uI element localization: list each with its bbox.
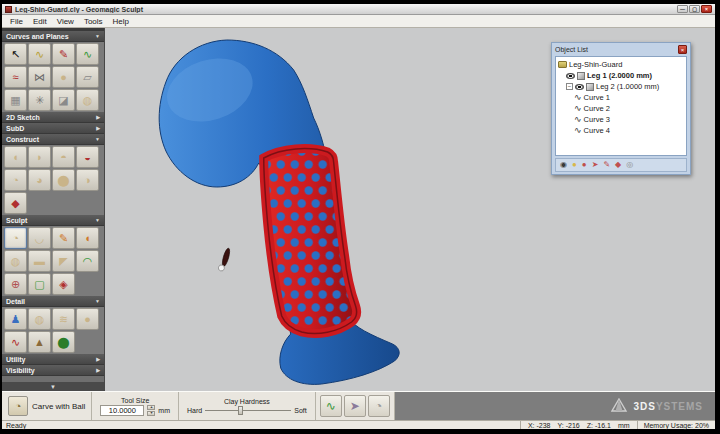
paint-tool-button[interactable]: ⬤: [52, 331, 75, 353]
wave-texture-tool-button[interactable]: ≋: [52, 308, 75, 330]
chevron-right-icon: ▶: [96, 114, 100, 120]
section-2d-sketch[interactable]: 2D Sketch▶: [2, 112, 104, 123]
pin-b-icon[interactable]: ✎: [603, 161, 610, 169]
hot-wax-tool-button[interactable]: ✎: [52, 227, 75, 249]
shell-clay-tool-button[interactable]: ◑: [76, 169, 99, 191]
section-sculpt[interactable]: Sculpt▼: [2, 215, 104, 226]
carve-tool-cursor[interactable]: [218, 247, 231, 272]
grid-plane-tool-button[interactable]: ▦: [4, 89, 27, 111]
tree-item-curve-2[interactable]: ∿Curve 2: [574, 103, 685, 114]
pin-c-icon[interactable]: ◆: [615, 161, 621, 169]
curve-detail-tool-button[interactable]: ∿: [4, 331, 27, 353]
extrude-clay-tool-button[interactable]: ◗: [28, 146, 51, 168]
soft-label: Soft: [294, 407, 306, 414]
section-plane-tool-button[interactable]: ◪: [52, 89, 75, 111]
emboss-ball-tool-button[interactable]: ◍: [4, 250, 27, 272]
tree-item-leg-1-2-0000-mm[interactable]: Leg 1 (2.0000 mm): [566, 70, 685, 81]
maximize-button[interactable]: ▢: [689, 5, 700, 13]
tree-item-leg-2-1-0000-mm[interactable]: −Leg 2 (1.0000 mm): [566, 81, 685, 92]
slider-thumb[interactable]: [238, 406, 243, 415]
wire-cut-tool-button[interactable]: ◆: [4, 192, 27, 214]
smooth-ball-tool-button[interactable]: ●: [76, 308, 99, 330]
icon-grid: ◔◡✎◖◍▬◤◠⊕▢◈: [2, 226, 104, 296]
wire-cut-tool-icon: ◆: [11, 198, 19, 209]
scrape-clay-tool-button[interactable]: ◤: [52, 250, 75, 272]
cut-clay-tool-button[interactable]: ◒: [76, 146, 99, 168]
main-area: Curves and Planes▼↖∿✎∿≈⋈●▱▦✳◪◍2D Sketch▶…: [2, 28, 715, 391]
visibility-eye-icon[interactable]: [575, 84, 584, 90]
merge-clay-tool-button[interactable]: ⬤: [52, 169, 75, 191]
toolbox-scroll-down[interactable]: ▼: [2, 382, 104, 391]
offset-curve-tool-button[interactable]: ∿: [76, 43, 99, 65]
clay-red-icon[interactable]: ●: [582, 161, 587, 169]
clay-hardness-slider[interactable]: [205, 406, 291, 415]
stepper-up-icon[interactable]: ▲: [147, 405, 155, 410]
cursor-coordinates: X:-238Y:-216Z:-16.1mm: [520, 421, 637, 429]
measure-tool-button[interactable]: ∿: [320, 395, 342, 417]
coord-unit: mm: [618, 422, 630, 429]
shin-guard-mesh[interactable]: [264, 149, 357, 334]
deform-clay-tool-button[interactable]: ◠: [76, 250, 99, 272]
close-button[interactable]: ×: [701, 5, 712, 13]
pin-cursor-button[interactable]: ➤: [344, 395, 366, 417]
panel-close-button[interactable]: ×: [678, 45, 687, 54]
menu-edit[interactable]: Edit: [28, 17, 52, 26]
section-utility[interactable]: Utility▶: [2, 354, 104, 365]
minimize-button[interactable]: —: [677, 5, 688, 13]
ball-primitive-tool-button[interactable]: ◍: [76, 89, 99, 111]
menu-file[interactable]: File: [5, 17, 28, 26]
hard-label: Hard: [187, 407, 202, 414]
clay-yellow-icon[interactable]: ●: [572, 161, 577, 169]
object-list-panel: Object List × Leg-Shin-GuardLeg 1 (2.000…: [551, 42, 691, 175]
select-tool-button[interactable]: ↖: [4, 43, 27, 65]
visibility-eye-icon[interactable]: [566, 73, 575, 79]
active-tool-label: Carve with Ball: [32, 402, 85, 411]
add-clay-tool-button[interactable]: ◖: [4, 146, 27, 168]
tree-item-curve-4[interactable]: ∿Curve 4: [574, 125, 685, 136]
section-detail[interactable]: Detail▼: [2, 296, 104, 307]
inflate-clay-tool-button[interactable]: ◕: [28, 169, 51, 191]
edit-curve-tool-button[interactable]: ✎: [52, 43, 75, 65]
sketch-curve-tool-icon: ≈: [12, 72, 18, 83]
curve-snap-tool-button[interactable]: ✳: [28, 89, 51, 111]
select-clay-tool-button[interactable]: ▢: [28, 273, 51, 295]
round-clay-tool-button[interactable]: ◓: [52, 146, 75, 168]
section-visibility[interactable]: Visibility▶: [2, 365, 104, 376]
3d-viewport[interactable]: Object List × Leg-Shin-GuardLeg 1 (2.000…: [106, 28, 715, 391]
carve-with-ball-tool-button[interactable]: ◔: [4, 227, 27, 249]
sphere-primitive-tool-button[interactable]: ●: [52, 66, 75, 88]
tree-item-curve-3[interactable]: ∿Curve 3: [574, 114, 685, 125]
symmetry-tool-button[interactable]: ◈: [52, 273, 75, 295]
tug-clay-tool-button[interactable]: ◖: [76, 227, 99, 249]
clay-piece-icon: [586, 83, 594, 91]
texture-ball-tool-button[interactable]: ◍: [28, 308, 51, 330]
smooth-clay-tool-button[interactable]: ◡: [28, 227, 51, 249]
plane-tool-button[interactable]: ▱: [76, 66, 99, 88]
ball-view-button[interactable]: ◔: [368, 395, 390, 417]
mirror-curves-tool-button[interactable]: ⋈: [28, 66, 51, 88]
clay-piece-icon: [577, 72, 585, 80]
pose-tool-button[interactable]: ♟: [4, 308, 27, 330]
cut-clay-tool-icon: ◒: [84, 152, 91, 163]
menu-tools[interactable]: Tools: [79, 17, 108, 26]
section-construct[interactable]: Construct▼: [2, 134, 104, 145]
menu-view[interactable]: View: [52, 17, 79, 26]
section-subd[interactable]: SubD▶: [2, 123, 104, 134]
stepper-down-icon[interactable]: ▼: [147, 411, 155, 416]
flatten-clay-tool-button[interactable]: ▬: [28, 250, 51, 272]
pin-a-icon[interactable]: ➤: [592, 161, 599, 169]
section-curves-and-planes[interactable]: Curves and Planes▼: [2, 31, 104, 42]
offset-clay-tool-button[interactable]: ◔: [4, 169, 27, 191]
draw-curve-tool-button[interactable]: ∿: [28, 43, 51, 65]
menu-help[interactable]: Help: [108, 17, 134, 26]
ridge-tool-button[interactable]: ▲: [28, 331, 51, 353]
tree-item-curve-1[interactable]: ∿Curve 1: [574, 92, 685, 103]
collapse-icon[interactable]: −: [566, 83, 573, 90]
add-sphere-tool-button[interactable]: ⊕: [4, 273, 27, 295]
inspect-icon[interactable]: ◎: [626, 161, 633, 169]
tool-size-input[interactable]: [100, 405, 144, 416]
tree-item-leg-shin-guard[interactable]: Leg-Shin-Guard: [558, 59, 685, 70]
sketch-curve-tool-button[interactable]: ≈: [4, 66, 27, 88]
eye-icon[interactable]: ◉: [560, 161, 567, 169]
object-list-titlebar[interactable]: Object List ×: [552, 43, 690, 55]
